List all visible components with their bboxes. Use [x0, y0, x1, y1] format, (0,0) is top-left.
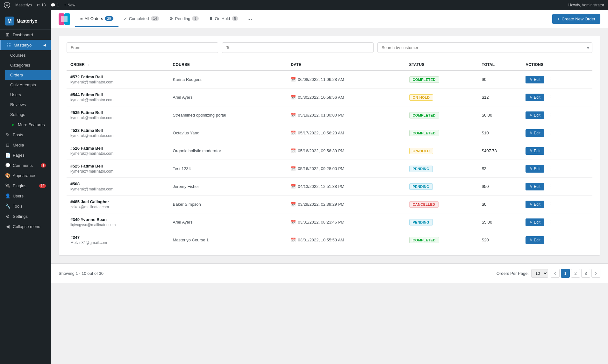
edit-button[interactable]: ✎ Edit — [526, 94, 544, 101]
more-actions-button[interactable]: ⋮ — [546, 218, 554, 227]
tab-on-hold[interactable]: ⏸ On Hold 5 — [204, 11, 244, 27]
plugins-icon: 🔌 — [5, 183, 10, 188]
sidebar-item-categories[interactable]: Categories — [5, 60, 51, 70]
edit-button[interactable]: ✎ Edit — [526, 76, 544, 83]
course-name: Masteriyo Course 1 — [173, 238, 209, 242]
page-nav: ‹ 1 2 3 › — [551, 269, 600, 278]
order-id: #508 — [70, 182, 165, 186]
admin-bar-updates[interactable]: ⟳ 18 — [37, 3, 46, 7]
comments-nav-icon: 💬 — [5, 163, 10, 168]
order-cell: #508 kymeruk@mailinator.com — [67, 178, 169, 196]
more-actions-button[interactable]: ⋮ — [546, 164, 554, 173]
order-total: $0.00 — [482, 113, 492, 118]
updates-icon: ⟳ — [37, 3, 40, 7]
edit-button[interactable]: ✎ Edit — [526, 147, 544, 155]
per-page-select[interactable]: 10 25 50 — [531, 269, 548, 278]
calendar-icon: 📅 — [291, 77, 296, 82]
sidebar-item-plugins[interactable]: 🔌 Plugins 12 — [0, 181, 51, 191]
edit-label: Edit — [534, 220, 540, 225]
sidebar-item-masteriyo[interactable]: Masteriyo ◀ — [0, 40, 51, 50]
next-page-button[interactable]: › — [591, 269, 600, 278]
edit-label: Edit — [534, 95, 540, 100]
page-2-button[interactable]: 2 — [571, 269, 580, 278]
page-1-button[interactable]: 1 — [561, 269, 570, 278]
sidebar-item-reviews[interactable]: Reviews — [5, 100, 51, 110]
sidebar-item-orders[interactable]: Orders — [5, 70, 51, 80]
pages-icon: 📄 — [5, 153, 10, 158]
col-header-status: STATUS — [405, 59, 478, 70]
from-date-input[interactable] — [67, 42, 218, 53]
calendar-icon: 📅 — [291, 148, 296, 153]
order-cell: #525 Fatima Bell kymeruk@mailinator.com — [67, 160, 169, 178]
edit-button[interactable]: ✎ Edit — [526, 218, 544, 226]
tab-completed[interactable]: ✓ Completed 14 — [118, 11, 164, 27]
calendar-icon: 📅 — [291, 238, 296, 242]
admin-bar-new[interactable]: + New — [64, 3, 75, 7]
edit-button[interactable]: ✎ Edit — [526, 111, 544, 119]
sidebar-item-collapse[interactable]: ◀ Collapse menu — [0, 221, 51, 232]
tab-on-hold-count: 5 — [232, 16, 238, 21]
col-header-order[interactable]: ORDER ↑ — [67, 59, 169, 70]
sidebar-item-label: Dashboard — [13, 32, 33, 37]
tabs-nav: ≡ All Orders 29 ✓ Completed 14 ⚙ Pending… — [75, 11, 552, 27]
order-id: #544 Fatima Bell — [70, 92, 165, 97]
sidebar-item-settings-wp[interactable]: ⚙ Settings — [0, 211, 51, 221]
table-row: #349 Yvonne Bean liqivogyso@mailinator.c… — [67, 213, 592, 231]
create-new-order-button[interactable]: + Create New Order — [552, 14, 600, 24]
sidebar-item-comments[interactable]: 💬 Comments 1 — [0, 160, 51, 170]
sidebar-item-appearance[interactable]: 🎨 Appearance — [0, 170, 51, 181]
sidebar-item-more-features[interactable]: ● More Features — [5, 119, 51, 130]
sidebar-item-label: Reviews — [10, 102, 26, 107]
more-actions-button[interactable]: ⋮ — [546, 111, 554, 120]
filters-row: ▾ — [67, 42, 592, 53]
sidebar-item-posts[interactable]: ✎ Posts — [0, 130, 51, 140]
edit-button[interactable]: ✎ Edit — [526, 201, 544, 208]
more-actions-button[interactable]: ⋮ — [546, 128, 554, 138]
tools-icon: 🔧 — [5, 203, 10, 209]
more-actions-button[interactable]: ⋮ — [546, 93, 554, 102]
edit-button[interactable]: ✎ Edit — [526, 236, 544, 244]
edit-label: Edit — [534, 202, 540, 207]
sidebar-item-dashboard[interactable]: ⊞ Dashboard — [0, 30, 51, 40]
edit-button[interactable]: ✎ Edit — [526, 129, 544, 137]
more-actions-button[interactable]: ⋮ — [546, 75, 554, 84]
more-actions-button[interactable]: ⋮ — [546, 200, 554, 209]
page-3-button[interactable]: 3 — [581, 269, 590, 278]
table-row: #508 kymeruk@mailinator.com Jeremy Fishe… — [67, 178, 592, 196]
sidebar-item-label: Pages — [13, 153, 25, 158]
more-actions-button[interactable]: ⋮ — [546, 146, 554, 155]
sidebar-item-label: Appearance — [13, 173, 35, 178]
order-email: liqivogyso@mailinator.com — [70, 223, 165, 227]
sidebar-item-label: Plugins — [13, 183, 26, 188]
sidebar-item-media[interactable]: ⊟ Media — [0, 140, 51, 150]
admin-bar-comments[interactable]: 💬 1 — [51, 3, 59, 7]
to-date-input[interactable] — [222, 42, 374, 53]
collapse-icon: ◀ — [5, 224, 10, 229]
sidebar-item-courses[interactable]: Courses — [5, 50, 51, 60]
customer-search-input[interactable] — [377, 42, 592, 53]
sidebar-item-pages[interactable]: 📄 Pages — [0, 150, 51, 160]
svg-text:M: M — [7, 18, 11, 24]
tab-pending[interactable]: ⚙ Pending 9 — [164, 11, 204, 27]
order-id: #485 Jael Gallagher — [70, 199, 165, 204]
order-id: #526 Fatima Bell — [70, 146, 165, 151]
admin-bar-site[interactable]: Masteriyo — [15, 3, 32, 7]
order-email: zekok@mailinator.com — [70, 205, 165, 209]
sidebar-item-users-wp[interactable]: 👤 Users — [0, 191, 51, 201]
more-actions-button[interactable]: ⋮ — [546, 235, 554, 245]
sidebar-item-tools[interactable]: 🔧 Tools — [0, 201, 51, 211]
edit-icon: ✎ — [529, 202, 533, 207]
tab-all-orders[interactable]: ≡ All Orders 29 — [75, 11, 118, 27]
sidebar-item-settings[interactable]: Settings — [5, 110, 51, 119]
tabs-more-button[interactable]: ··· — [243, 14, 256, 25]
wp-logo[interactable]: W — [4, 2, 10, 8]
status-badge: PENDING — [409, 166, 433, 172]
edit-button[interactable]: ✎ Edit — [526, 183, 544, 190]
more-actions-button[interactable]: ⋮ — [546, 182, 554, 191]
edit-button[interactable]: ✎ Edit — [526, 165, 544, 173]
sidebar-logo[interactable]: M Masteriyo — [0, 13, 51, 30]
sidebar-item-quiz-attempts[interactable]: Quiz Attempts — [5, 80, 51, 90]
sidebar-item-label: Collapse menu — [13, 224, 40, 229]
prev-page-button[interactable]: ‹ — [551, 269, 560, 278]
sidebar-item-users[interactable]: Users — [5, 90, 51, 100]
